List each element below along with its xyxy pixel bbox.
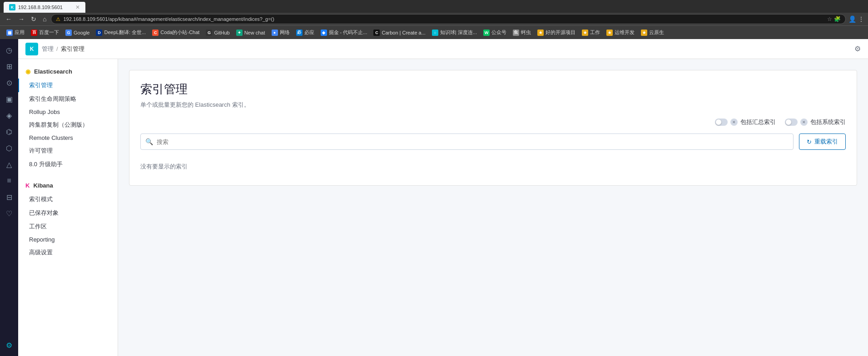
bookmark-cloud[interactable]: ★ 云原生: [638, 28, 667, 37]
more-icon[interactable]: ⋮: [858, 15, 864, 23]
sidebar-item-reporting[interactable]: Reporting: [18, 233, 118, 246]
sidebar-section-label: Kibana: [33, 182, 53, 189]
sidebar-item-upgrade[interactable]: 8.0 升级助手: [18, 158, 118, 171]
app-container: ◷ ⊞ ⊙ ▣ ◈ ⌬ ⬡ △ ≡ ⊟ ♡ ⚙ K 管理 / 索引管理 ⚙: [0, 39, 868, 356]
bookmark-label: 好的开源项目: [546, 29, 575, 36]
bookmark-ops[interactable]: ★ 运维开发: [604, 28, 637, 37]
toggle-system-item: ✕ 包括系统索引: [785, 118, 846, 126]
kibana-logo: K: [25, 43, 38, 55]
toggle-system-label: 包括系统索引: [810, 118, 846, 126]
bookmark-favicon: 虫: [513, 30, 519, 36]
sidebar-item-index-patterns[interactable]: 索引模式: [18, 193, 118, 206]
empty-state-message: 没有要显示的索引: [140, 163, 188, 170]
rail-icon-clock[interactable]: ◷: [2, 43, 16, 57]
sidebar-item-index-management[interactable]: 索引管理: [18, 79, 118, 92]
toggle-rollup-x-button[interactable]: ✕: [730, 119, 738, 126]
bookmark-work[interactable]: ★ 工作: [579, 28, 603, 37]
bookmark-label: 运维开发: [615, 29, 635, 36]
bookmark-label: Google: [74, 30, 89, 35]
breadcrumb-parent-link[interactable]: 管理: [42, 45, 54, 53]
bookmark-baidu[interactable]: 百 百度一下: [28, 28, 62, 37]
bookmark-kaiyuan[interactable]: ★ 好的开源项目: [535, 28, 578, 37]
bookmark-google[interactable]: G Google: [63, 29, 92, 37]
search-row: 🔍 ↻ 重载索引: [140, 134, 846, 150]
header-settings-icon[interactable]: ⚙: [854, 44, 861, 53]
bookmark-label: 工作: [590, 29, 600, 36]
sidebar-item-advanced-settings[interactable]: 高级设置: [18, 246, 118, 259]
bookmark-favicon: ○: [432, 30, 438, 36]
sidebar-item-saved-objects[interactable]: 已保存对象: [18, 206, 118, 220]
bookmark-label: 必应: [304, 29, 314, 36]
rail-icon-infra[interactable]: ⊟: [2, 190, 16, 204]
bookmark-label: 网络: [280, 29, 290, 36]
browser-toolbar: ← → ↻ ⌂ ⚠ 192.168.8.109:5601/app/kibana#…: [0, 13, 868, 25]
sidebar-item-license[interactable]: 许可管理: [18, 144, 118, 158]
bookmarks-bar: ▦ 应用 百 百度一下 G Google D DeepL翻译: 全世... C …: [0, 25, 868, 39]
search-input[interactable]: [157, 138, 789, 145]
security-warning-icon: ⚠: [56, 16, 60, 22]
bookmark-chong[interactable]: 虫 蚵虫: [510, 28, 534, 37]
rail-icon-dashboard[interactable]: ⊞: [2, 59, 16, 74]
bookmark-deepl[interactable]: D DeepL翻译: 全世...: [93, 28, 149, 37]
empty-state: 没有要显示的索引: [140, 159, 846, 174]
bookmark-gongzhong[interactable]: W 公众号: [481, 28, 509, 37]
bookmark-coda[interactable]: C Coda的小站-Chat: [149, 28, 202, 37]
bookmark-zhishi[interactable]: ○ 知识球| 深度连...: [429, 28, 480, 37]
bookmark-label: 知识球| 深度连...: [440, 29, 477, 36]
tab-close-button[interactable]: ✕: [75, 4, 80, 10]
rail-icon-logs[interactable]: ≡: [2, 173, 16, 188]
sidebar-item-cross-cluster[interactable]: 跨集群复制（公测版）: [18, 118, 118, 132]
bookmark-favicon: ★: [582, 30, 588, 36]
reload-browser-button[interactable]: ↻: [29, 15, 38, 24]
search-icon: 🔍: [145, 138, 153, 145]
breadcrumb: 管理 / 索引管理: [42, 45, 84, 53]
bookmark-network[interactable]: ● 网络: [269, 28, 293, 37]
rail-icon-ml[interactable]: ⌬: [2, 124, 16, 139]
bookmark-label: New chat: [244, 30, 265, 35]
bookmark-label: 公众号: [491, 29, 506, 36]
rail-icon-discover[interactable]: ⊙: [2, 75, 16, 90]
rail-icon-apm[interactable]: △: [2, 157, 16, 172]
address-bar[interactable]: ⚠ 192.168.8.109:5601/app/kibana#/managem…: [51, 14, 846, 24]
rail-icon-graph[interactable]: ⬡: [2, 141, 16, 155]
bookmark-juejin[interactable]: ◆ 掘金 - 代码不止...: [318, 28, 370, 37]
breadcrumb-separator: /: [56, 45, 58, 52]
rail-icon-maps[interactable]: ◈: [2, 108, 16, 123]
tab-favicon: K: [9, 4, 15, 10]
toggle-rollup-switch[interactable]: [715, 119, 728, 126]
rail-icon-canvas[interactable]: ▣: [2, 92, 16, 106]
home-button[interactable]: ⌂: [41, 15, 48, 24]
bookmark-github[interactable]: G GitHub: [203, 29, 232, 37]
reload-indices-button[interactable]: ↻ 重载索引: [799, 134, 846, 150]
active-browser-tab[interactable]: K 192.168.8.109:5601 ✕: [4, 2, 85, 13]
sidebar-item-remote-clusters[interactable]: Remote Clusters: [18, 132, 118, 144]
bookmark-apps[interactable]: ▦ 应用: [4, 28, 27, 37]
bookmark-biyao[interactable]: 必 必应: [293, 28, 317, 37]
bookmark-favicon: ★: [606, 30, 613, 36]
bookmark-carbon[interactable]: C Carbon | Create a...: [371, 29, 428, 37]
extension-icon[interactable]: 🧩: [834, 16, 841, 22]
sidebar-kibana-section: K Kibana 索引模式 已保存对象 工作区 Reporting 高级设置: [18, 180, 118, 259]
toggle-system-x-button[interactable]: ✕: [800, 119, 808, 126]
bookmark-label: Carbon | Create a...: [382, 30, 425, 35]
sidebar-item-workspace[interactable]: 工作区: [18, 220, 118, 233]
bookmark-star-icon[interactable]: ☆: [827, 16, 832, 22]
forward-button[interactable]: →: [16, 15, 26, 24]
profile-icon[interactable]: 👤: [848, 15, 856, 23]
bookmark-favicon: ★: [537, 30, 544, 36]
icon-rail: ◷ ⊞ ⊙ ▣ ◈ ⌬ ⬡ △ ≡ ⊟ ♡ ⚙: [0, 39, 18, 356]
rail-icon-siem[interactable]: ♡: [2, 206, 16, 221]
browser-chrome: K 192.168.8.109:5601 ✕ ← → ↻ ⌂ ⚠ 192.168…: [0, 0, 868, 25]
kibana-icon: K: [25, 182, 30, 189]
sidebar-item-rollup-jobs[interactable]: Rollup Jobs: [18, 106, 118, 118]
toggle-system-switch[interactable]: [785, 119, 798, 126]
rail-icon-settings[interactable]: ⚙: [2, 338, 16, 352]
bookmark-favicon: ●: [272, 30, 278, 36]
bookmark-favicon: 必: [296, 30, 303, 36]
toggle-rollup-item: ✕ 包括汇总索引: [715, 118, 776, 126]
sidebar-item-lifecycle-policy[interactable]: 索引生命周期策略: [18, 92, 118, 106]
back-button[interactable]: ←: [4, 15, 14, 24]
search-box[interactable]: 🔍: [140, 134, 794, 150]
bookmark-newchat[interactable]: ✦ New chat: [233, 29, 268, 37]
browser-tabs: K 192.168.8.109:5601 ✕: [0, 0, 868, 13]
